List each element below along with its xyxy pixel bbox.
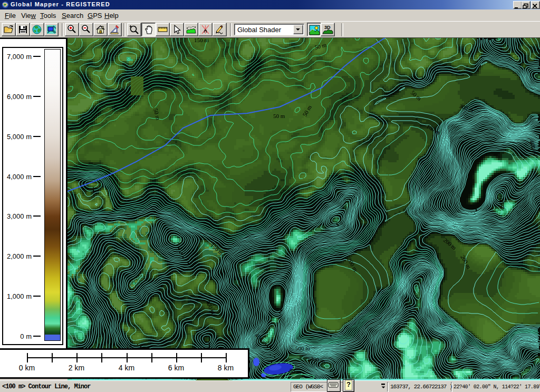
svg-text:50 m: 50 m [273, 113, 285, 119]
svg-text:150 m: 150 m [194, 38, 209, 43]
svg-text:3D: 3D [324, 25, 331, 30]
svg-text:500 m: 500 m [295, 345, 310, 351]
